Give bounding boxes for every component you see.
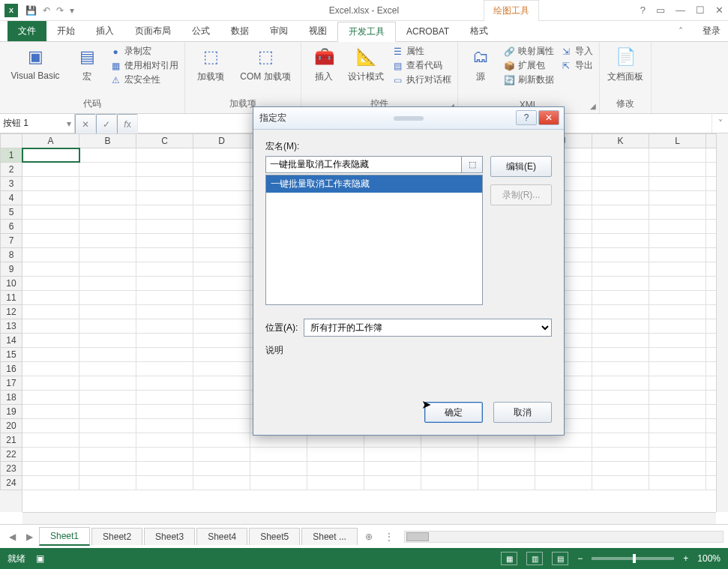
row-header[interactable]: 8 (0, 248, 22, 262)
cell[interactable] (22, 148, 79, 162)
cell[interactable] (649, 319, 706, 333)
minimize-icon[interactable]: — (676, 4, 685, 16)
cell[interactable] (421, 462, 478, 475)
cell[interactable] (193, 262, 250, 276)
cell[interactable] (136, 248, 193, 262)
cell[interactable] (136, 362, 193, 376)
cell[interactable] (79, 177, 136, 190)
cell[interactable] (193, 277, 250, 290)
cell[interactable] (592, 163, 649, 176)
cell[interactable] (649, 148, 706, 162)
cell[interactable] (136, 305, 193, 319)
cell[interactable] (22, 277, 79, 290)
macro-list-item[interactable]: 一键批量取消工作表隐藏 (266, 175, 482, 193)
maximize-icon[interactable]: ☐ (696, 4, 705, 16)
cell[interactable] (592, 234, 649, 247)
cell[interactable] (136, 391, 193, 404)
cell[interactable] (649, 391, 706, 404)
cell[interactable] (79, 419, 136, 433)
cell[interactable] (79, 362, 136, 376)
properties-button[interactable]: ☰属性 (391, 45, 451, 58)
row-header[interactable]: 11 (0, 291, 22, 305)
cell[interactable] (592, 448, 649, 461)
cell[interactable] (592, 462, 649, 475)
undo-icon[interactable]: ↶ (43, 5, 50, 16)
cell[interactable] (79, 319, 136, 333)
record-macro-button[interactable]: ●录制宏 (109, 45, 178, 58)
cell[interactable] (22, 305, 79, 319)
cell[interactable] (193, 433, 250, 447)
tab-视图[interactable]: 视图 (298, 21, 337, 41)
row-header[interactable]: 6 (0, 220, 22, 234)
cell[interactable] (193, 391, 250, 404)
ok-button[interactable]: 确定 (424, 402, 483, 423)
sheet-tab[interactable]: Sheet1 (39, 527, 90, 546)
cell[interactable] (592, 376, 649, 390)
cell[interactable] (649, 220, 706, 233)
collapse-ribbon-icon[interactable]: ˄ (679, 26, 683, 37)
cell[interactable] (136, 163, 193, 176)
cell[interactable] (79, 277, 136, 290)
cell[interactable] (649, 291, 706, 304)
cell[interactable] (535, 448, 592, 461)
cell[interactable] (649, 448, 706, 461)
cell[interactable] (22, 291, 79, 304)
cell[interactable] (193, 163, 250, 176)
sheet-split-icon[interactable]: ⋮ (380, 532, 398, 542)
row-header[interactable]: 14 (0, 334, 22, 348)
visual-basic-button[interactable]: ▣ Visual Basic (6, 45, 64, 81)
cell[interactable] (193, 148, 250, 162)
page-layout-view-button[interactable]: ▥ (526, 552, 543, 565)
cell[interactable] (136, 419, 193, 433)
row-header[interactable]: 13 (0, 319, 22, 334)
cell[interactable] (79, 248, 136, 262)
cell[interactable] (22, 220, 79, 233)
column-header[interactable]: L (649, 134, 706, 148)
cell[interactable] (136, 462, 193, 475)
cell[interactable] (79, 405, 136, 418)
close-icon[interactable]: ✕ (715, 4, 724, 16)
cancel-button[interactable]: 取消 (493, 402, 552, 423)
cell[interactable] (592, 433, 649, 447)
cell[interactable] (193, 348, 250, 361)
cell[interactable] (649, 419, 706, 433)
row-header[interactable]: 24 (0, 476, 22, 490)
tab-开始[interactable]: 开始 (46, 21, 85, 41)
cell[interactable] (649, 277, 706, 290)
cell[interactable] (649, 334, 706, 347)
contextual-tab-drawing[interactable]: 绘图工具 (484, 0, 539, 21)
cell[interactable] (79, 148, 136, 162)
dialog-title-bar[interactable]: 指定宏 ? ✕ (253, 107, 564, 130)
cell[interactable] (592, 248, 649, 262)
document-panel-button[interactable]: 📄文档面板 (606, 45, 645, 83)
macro-name-input[interactable] (265, 156, 462, 173)
cell[interactable] (79, 348, 136, 361)
cell[interactable] (136, 191, 193, 205)
cell[interactable] (22, 234, 79, 247)
design-mode-button[interactable]: 📐设计模式 (346, 45, 385, 83)
cell[interactable] (649, 305, 706, 319)
view-code-button[interactable]: ▤查看代码 (391, 59, 451, 72)
tab-插入[interactable]: 插入 (85, 21, 124, 41)
cell[interactable] (22, 476, 79, 490)
sheet-tab[interactable]: Sheet3 (144, 528, 195, 545)
sheet-nav-next-icon[interactable]: ▶ (22, 532, 37, 542)
cell[interactable] (136, 334, 193, 347)
cell[interactable] (136, 220, 193, 233)
cell[interactable] (193, 462, 250, 475)
cell[interactable] (250, 462, 307, 475)
help-icon[interactable]: ? (640, 4, 646, 16)
zoom-knob[interactable] (633, 554, 636, 563)
cell[interactable] (592, 205, 649, 219)
cell[interactable] (478, 448, 535, 461)
edit-button[interactable]: 编辑(E) (490, 156, 552, 177)
new-sheet-button[interactable]: ⊕ (359, 532, 379, 542)
cell[interactable] (79, 291, 136, 304)
addins-button[interactable]: ⬚加载项 (191, 45, 230, 83)
cell[interactable] (193, 234, 250, 247)
cell[interactable] (22, 177, 79, 190)
cell[interactable] (136, 433, 193, 447)
insert-control-button[interactable]: 🧰插入 (307, 45, 340, 83)
cell[interactable] (649, 376, 706, 390)
cell[interactable] (592, 220, 649, 233)
